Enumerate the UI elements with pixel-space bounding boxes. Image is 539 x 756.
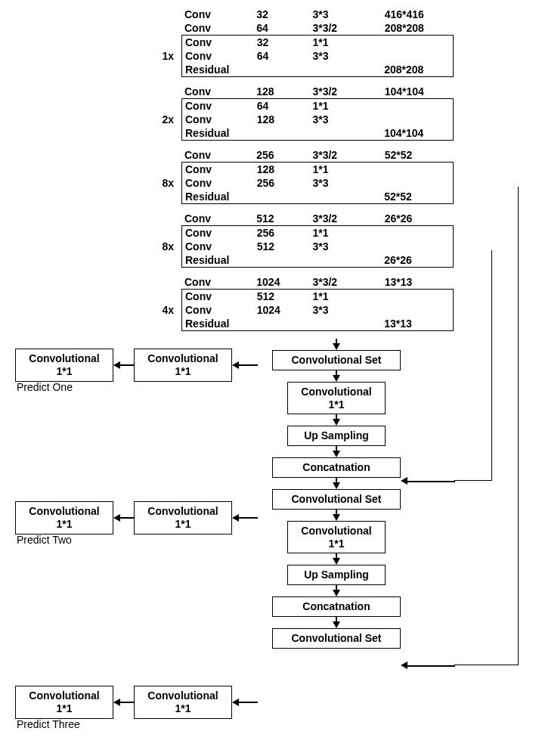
- multiplier-1x: 1x: [136, 50, 181, 62]
- predict-two-out: Convolutional1*1: [15, 501, 113, 534]
- multiplier-8x-a: 8x: [136, 177, 181, 189]
- predict-two-branch: Convolutional1*1 Convolutional1*1: [15, 501, 258, 534]
- residual-block-3: Conv1281*1 Conv2563*3 Residual52*52: [181, 162, 454, 204]
- predict-one-branch: Convolutional1*1 Convolutional1*1: [15, 349, 258, 382]
- skip-52-arrow-icon: [401, 662, 407, 669]
- stage-5: Conv10243*3/213*13 4x Conv5121*1 Conv102…: [136, 275, 454, 331]
- predict-three-branch: Convolutional1*1 Convolutional1*1: [15, 686, 258, 719]
- convset-2: Convolutional Set: [272, 489, 401, 510]
- residual-block-4: Conv2561*1 Conv5123*3 Residual26*26: [181, 225, 454, 268]
- predict-three-out: Convolutional1*1: [15, 686, 113, 719]
- multiplier-4x: 4x: [136, 304, 181, 316]
- predict-one-conv: Convolutional1*1: [134, 349, 232, 382]
- stage-2: Conv1283*3/2104*104 2x Conv641*1 Conv128…: [136, 85, 454, 141]
- predict-one-out: Convolutional1*1: [15, 349, 113, 382]
- convset-1: Convolutional Set: [272, 350, 401, 370]
- stage-1: Conv323*3416*416 Conv643*3/2208*208 1x C…: [136, 8, 454, 77]
- residual-block-5: Conv5121*1 Conv10243*3 Residual13*13: [181, 289, 454, 331]
- multiplier-8x-b: 8x: [136, 240, 181, 253]
- stage-4: Conv5123*3/226*26 8x Conv2561*1 Conv5123…: [136, 212, 454, 268]
- concat-2: Concatnation: [272, 596, 401, 617]
- stage-3: Conv2563*3/252*52 8x Conv1281*1 Conv2563…: [136, 148, 454, 204]
- convset-3: Convolutional Set: [272, 628, 401, 649]
- predict-two-conv: Convolutional1*1: [134, 501, 232, 534]
- predict-three-label: Predict Three: [17, 718, 80, 730]
- conv1x1-a: Convolutional1*1: [287, 382, 386, 415]
- skip-26-arrow-icon: [401, 477, 407, 485]
- multiplier-2x: 2x: [136, 113, 181, 125]
- residual-block-2: Conv641*1 Conv1283*3 Residual104*104: [181, 98, 454, 141]
- predict-two-label: Predict Two: [17, 534, 72, 546]
- head-flow: Convolutional Set Convolutional1*1 Up Sa…: [272, 339, 401, 649]
- upsample-2: Up Sampling: [287, 565, 386, 585]
- predict-three-conv: Convolutional1*1: [134, 686, 232, 719]
- residual-block-1: Conv321*1 Conv643*3 Residual208*208: [181, 35, 454, 77]
- predict-one-label: Predict One: [17, 381, 73, 393]
- concat-1: Concatnation: [272, 457, 401, 478]
- conv1x1-b: Convolutional1*1: [287, 521, 386, 554]
- skip-26-connection: [454, 250, 492, 481]
- upsample-1: Up Sampling: [287, 426, 386, 446]
